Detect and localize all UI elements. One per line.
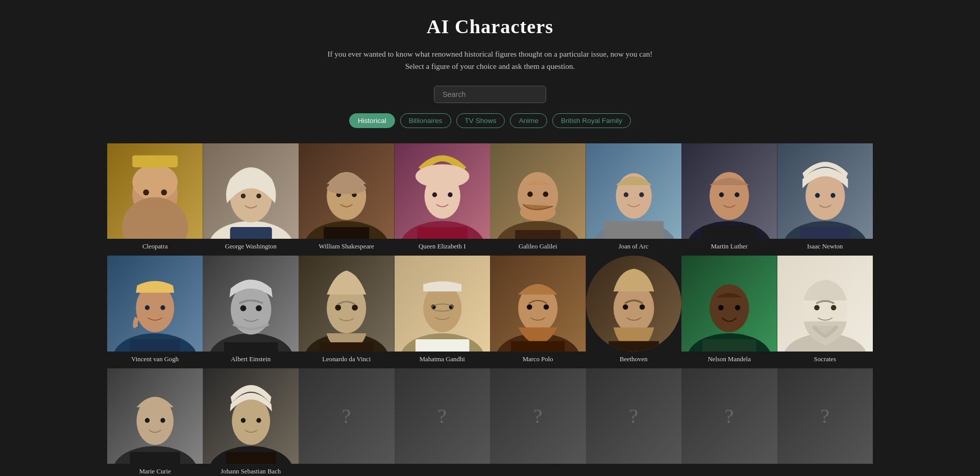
svg-point-31 [527, 191, 533, 197]
character-card-nelson-mandela[interactable]: Nelson Mandela [681, 256, 777, 368]
character-name: Leonardo da Vinci [299, 356, 395, 363]
character-card-row3-5[interactable]: ? [681, 368, 777, 476]
character-image: ? [777, 368, 873, 464]
svg-point-62 [256, 305, 262, 311]
svg-point-49 [815, 193, 819, 197]
character-image [681, 256, 777, 352]
character-name: Vincent van Gogh [107, 356, 203, 363]
filter-tab-historical[interactable]: Historical [349, 113, 395, 128]
character-card-row3-4[interactable]: ? [586, 368, 682, 476]
character-card-william-shakespeare[interactable]: William Shakespeare [299, 143, 395, 256]
character-name: Mahatma Gandhi [395, 356, 491, 363]
filter-tab-british-royal-family[interactable]: British Royal Family [552, 113, 631, 128]
svg-rect-76 [415, 339, 469, 351]
svg-point-98 [830, 305, 836, 311]
character-image [203, 256, 299, 352]
character-card-vincent-van-gogh[interactable]: Vincent van Gogh [107, 256, 203, 368]
character-image [777, 143, 873, 239]
svg-point-23 [415, 164, 469, 188]
svg-rect-33 [515, 230, 560, 239]
character-card-mahatma-gandhi[interactable]: Mahatma Gandhi [395, 256, 491, 368]
svg-point-61 [240, 305, 246, 311]
character-image [681, 143, 777, 239]
svg-point-50 [830, 193, 835, 197]
svg-point-43 [719, 192, 724, 197]
character-card-albert-einstein[interactable]: Albert Einstein [203, 256, 299, 368]
svg-point-6 [161, 189, 167, 195]
character-name: Queen Elizabeth I [395, 243, 491, 250]
svg-rect-110 [226, 452, 276, 464]
character-card-johann-bach[interactable]: Johann Sebastian Bach [203, 368, 299, 476]
character-name: Marco Polo [490, 356, 586, 363]
svg-point-24 [432, 192, 436, 197]
svg-rect-57 [130, 339, 180, 351]
filter-tab-billionaires[interactable]: Billionaires [400, 113, 451, 128]
character-card-row3-2[interactable]: ? [395, 368, 491, 476]
filter-tab-anime[interactable]: Anime [510, 113, 547, 128]
character-card-row3-3[interactable]: ? [490, 368, 586, 476]
character-image: ? [299, 368, 395, 464]
placeholder-image: ? [586, 368, 682, 464]
character-name: Albert Einstein [203, 356, 299, 363]
svg-point-91 [718, 305, 724, 311]
character-card-queen-elizabeth[interactable]: Queen Elizabeth I [395, 143, 491, 256]
svg-point-5 [143, 189, 149, 195]
character-image [203, 143, 299, 239]
character-image [395, 143, 491, 239]
character-name: Martin Luther [681, 243, 777, 250]
svg-point-32 [543, 191, 549, 197]
svg-rect-63 [224, 342, 278, 352]
svg-rect-93 [702, 339, 756, 351]
character-name: Beethoven [586, 356, 682, 363]
character-image [107, 256, 203, 352]
character-image: ? [586, 368, 682, 464]
svg-point-68 [352, 305, 358, 311]
svg-rect-45 [702, 226, 756, 239]
character-image [586, 256, 682, 352]
character-card-galileo[interactable]: Galileo Galilei [490, 143, 586, 256]
character-image: ? [681, 368, 777, 464]
character-image: ? [395, 368, 491, 464]
search-input[interactable] [434, 86, 546, 103]
character-card-row3-1[interactable]: ? [299, 368, 395, 476]
character-image [107, 368, 203, 464]
svg-point-39 [639, 192, 644, 197]
svg-point-85 [623, 305, 628, 310]
page-title: AI Characters [10, 15, 970, 38]
character-card-isaac-newton[interactable]: Isaac Newton [777, 143, 873, 256]
character-image [299, 256, 395, 352]
filter-tabs: HistoricalBillionairesTV ShowsAnimeBriti… [10, 113, 970, 128]
character-image [777, 256, 873, 352]
svg-point-44 [734, 192, 739, 197]
placeholder-image: ? [395, 368, 491, 464]
subtitle: If you ever wanted to know what renowned… [327, 48, 653, 73]
svg-rect-26 [417, 227, 467, 239]
character-name: Nelson Mandela [681, 356, 777, 363]
character-card-beethoven[interactable]: Beethoven [586, 256, 682, 368]
svg-rect-51 [800, 227, 850, 239]
svg-rect-69 [320, 342, 373, 352]
character-image [490, 256, 586, 352]
character-card-george-washington[interactable]: George Washington [203, 143, 299, 256]
svg-point-2 [132, 164, 178, 200]
placeholder-image: ? [777, 368, 873, 464]
character-name: Cleopatra [107, 243, 203, 250]
character-card-martin-luther[interactable]: Martin Luther [681, 143, 777, 256]
svg-point-97 [814, 305, 820, 311]
filter-tab-tv-shows[interactable]: TV Shows [456, 113, 505, 128]
character-card-joan-of-arc[interactable]: Joan of Arc [586, 143, 682, 256]
character-card-cleopatra[interactable]: Cleopatra [107, 143, 203, 256]
character-card-leonardo-da-vinci[interactable]: Leonardo da Vinci [299, 256, 395, 368]
character-card-socrates[interactable]: Socrates [777, 256, 873, 368]
svg-rect-87 [608, 341, 658, 352]
svg-point-55 [145, 305, 150, 310]
svg-point-103 [160, 418, 165, 422]
character-image [490, 143, 586, 239]
character-name: Galileo Galilei [490, 243, 586, 250]
svg-point-25 [448, 192, 452, 197]
svg-point-90 [709, 284, 749, 332]
character-card-marco-polo[interactable]: Marco Polo [490, 256, 586, 368]
character-card-marie-curie[interactable]: Marie Curie [107, 368, 203, 476]
character-image: ? [490, 368, 586, 464]
character-card-row3-6[interactable]: ? [777, 368, 873, 476]
